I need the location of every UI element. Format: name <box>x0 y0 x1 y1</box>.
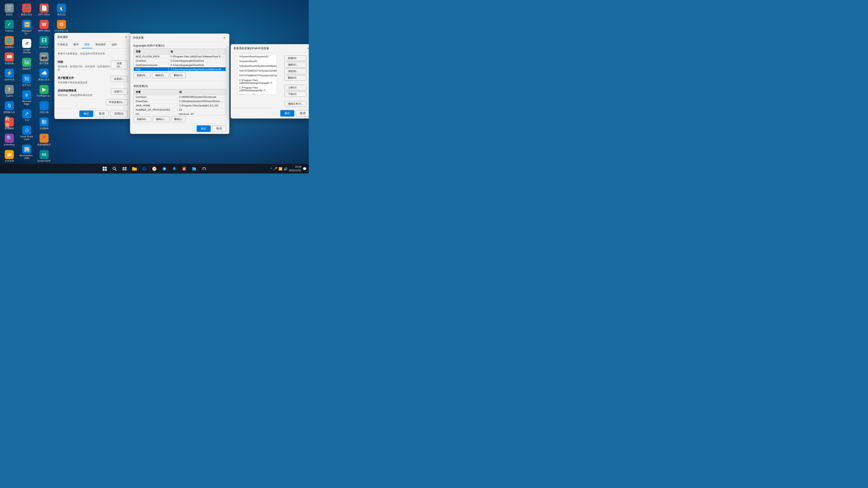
taskbar-task-view-btn[interactable] <box>120 164 129 173</box>
path-up-btn[interactable]: 上移(U) <box>285 85 307 90</box>
path-delete-btn[interactable]: 删除(D) <box>285 75 307 80</box>
env-dialog-title-bar[interactable]: 环境变量 ✕ <box>130 34 229 42</box>
desktop-icon-baidu[interactable]: 👤 百度人脸 <box>36 100 52 115</box>
taskbar-qq-btn[interactable] <box>170 164 179 173</box>
path-item[interactable]: %SYSTEMROOT%\System32\WindowsPowerShell\… <box>237 68 277 73</box>
table-row[interactable]: DriverData C:\Windows\System32\Drivers\D… <box>134 99 226 103</box>
desktop-icon-screentogif[interactable]: 🎞 VelocityX.. <box>36 35 52 50</box>
taskbar-wifi-icon[interactable]: 📶 <box>278 167 282 170</box>
desktop-icon-foxit[interactable]: 📄 WPS Office <box>36 2 52 18</box>
desktop-icon-winanno[interactable]: 🏢 WindowsAnn..2000 <box>19 143 35 161</box>
user-new-btn[interactable]: 新建(N)... <box>133 72 151 78</box>
desktop-icon-sg[interactable]: SG ScreenToGIF <box>36 149 52 164</box>
desktop-icon-potplayer[interactable]: ▶ PotPlayer Sc.. <box>36 84 52 99</box>
table-row[interactable]: ComSpec C:\WINDOWS\system32\cmd.exe <box>134 95 226 99</box>
taskbar-files2-btn[interactable] <box>190 164 199 173</box>
sys-props-apply-btn[interactable]: 应用(A) <box>110 110 128 117</box>
desktop-icon-wallpaper[interactable]: 🖼️ Wallpaper En.. <box>19 19 35 36</box>
desktop-icon-sougou[interactable]: S 搜狗输入法 <box>1 100 18 115</box>
path-item[interactable]: C:\Program Files (x86)\NetSarang\Xlpd 7\ <box>237 93 277 95</box>
desktop-icon-youdao2[interactable]: 有道 有道翻译 <box>1 116 18 131</box>
startup-settings-btn[interactable]: 设置(T)... <box>111 89 128 95</box>
path-item[interactable]: %SystemRoot% <box>237 59 277 64</box>
profile-settings-btn[interactable]: 设置(E)... <box>111 76 128 82</box>
taskbar-translate-btn[interactable]: 译 <box>180 164 189 173</box>
env-cancel-btn[interactable]: 取消 <box>212 125 226 132</box>
sys-edit-btn[interactable]: 编辑(L)... <box>153 116 169 122</box>
table-row[interactable]: OneDrive C:\Users\liuguanglei\OneDrive <box>134 59 226 63</box>
taskbar-search-btn[interactable] <box>110 164 119 173</box>
path-dialog-close-btn[interactable]: ✕ <box>306 46 309 51</box>
path-edit-text-btn[interactable]: 编辑文本(T)... <box>285 101 307 107</box>
sys-new-btn[interactable]: 新建(W)... <box>133 116 151 122</box>
table-row[interactable]: JAVA_HOME C:\Program Files\Java\jdk1.8.0… <box>134 103 226 108</box>
env-user-table-container[interactable]: 变量 值 MOZ_PLUGIN_PATH C:\Program Files (x… <box>133 48 226 71</box>
desktop-icon-cloud[interactable]: ☁️ 网易云音乐 <box>36 67 52 83</box>
path-item[interactable]: C:\Program Files (x86)\NetSarang\Xftp 7\ <box>237 86 277 93</box>
desktop-icon-recycle[interactable]: 🗑️ 回收站 <box>1 2 18 18</box>
path-item[interactable]: %SystemRoot%\system32 <box>237 54 277 59</box>
tab-hardware[interactable]: 硬件 <box>71 41 82 48</box>
taskbar-headset-btn[interactable] <box>199 164 209 173</box>
desktop-icon-wps[interactable]: W WPS Office <box>36 19 52 34</box>
tab-computer-name[interactable]: 计算机名 <box>55 41 71 48</box>
table-row[interactable]: OS Windows_NT <box>134 112 226 115</box>
tab-sys-protect[interactable]: 系统保护 <box>92 41 109 48</box>
desktop-icon-files[interactable]: 📁 文件管理 <box>1 149 18 164</box>
user-edit-btn[interactable]: 编辑(E)... <box>152 72 169 78</box>
desktop-icon-typora[interactable]: T Typora <box>1 84 18 99</box>
desktop-icon-amap[interactable]: 📍 高德地图助手 <box>36 132 52 148</box>
desktop-icon-hegui[interactable]: 🌐 合规网站 <box>1 35 18 50</box>
sys-props-cancel-btn[interactable]: 取消 <box>95 110 109 117</box>
path-list[interactable]: %SystemRoot%\system32 %SystemRoot% %Syst… <box>237 54 277 95</box>
sys-props-title-bar[interactable]: 系统属性 ✕ <box>55 33 131 41</box>
taskbar-notification-btn[interactable]: 💬 <box>303 167 307 170</box>
desktop-icon-map[interactable]: 🗺️ 地图助手 <box>19 57 35 72</box>
desktop-icon-todolist[interactable]: ✓ TodoList <box>1 19 18 34</box>
path-down-btn[interactable]: 下移(O) <box>285 91 307 97</box>
desktop-icon-tools[interactable]: ⚙ 行业管理工具 <box>53 19 70 34</box>
taskbar-start-btn[interactable] <box>100 164 109 173</box>
desktop-icon-vscode[interactable]: ◇ Visual Studio Code <box>19 124 35 142</box>
sys-del-btn[interactable]: 删除(L) <box>171 116 186 122</box>
tab-remote[interactable]: 远程 <box>109 41 120 48</box>
taskbar-clock[interactable]: 15:59 2022/12/15 <box>289 165 301 172</box>
table-row[interactable]: OneDriveConsumer C:\Users\liuguanglei\On… <box>134 63 226 67</box>
path-ok-btn[interactable]: 确定 <box>280 110 294 117</box>
path-dialog-title-bar[interactable]: 查看系统变量的Path环境变量 ✕ <box>231 44 309 53</box>
desktop-icon-clash[interactable]: ⚡ clash代理 <box>1 67 18 83</box>
env-vars-btn[interactable]: 环境变量(N)... <box>105 99 128 105</box>
path-item[interactable]: %SYSTEMROOT%\System32\OpenSSH\ <box>237 73 277 78</box>
desktop-icon-youdao[interactable]: 📖 有道词典 <box>1 51 18 66</box>
path-browse-btn[interactable]: 浏览(B)... <box>285 68 307 74</box>
path-cancel-btn[interactable]: 取消 <box>296 110 309 117</box>
perf-settings-btn[interactable]: 设置(S)... <box>111 60 128 69</box>
sys-props-ok-btn[interactable]: 确定 <box>79 110 93 117</box>
env-ok-btn[interactable]: 确定 <box>197 125 211 132</box>
tab-advanced[interactable]: 高级 <box>82 41 92 48</box>
desktop-icon-qq[interactable]: 🐧 腾讯QQ <box>53 2 70 18</box>
taskbar-edge-btn[interactable] <box>140 164 149 173</box>
taskbar-chevron-icon[interactable]: ^ <box>270 167 272 170</box>
desktop-icon-chrome[interactable]: Google Chrome <box>19 37 35 55</box>
table-row[interactable]: MOZ_PLUGIN_PATH C:\Program Files (x86)\F… <box>134 55 226 59</box>
taskbar-file-explorer-btn[interactable] <box>130 164 139 173</box>
env-dialog-close-btn[interactable]: ✕ <box>222 35 226 40</box>
user-del-btn[interactable]: 删除(D) <box>170 72 186 78</box>
path-new-btn[interactable]: 新建(N) <box>285 55 307 61</box>
desktop-icon-feishu[interactable]: ↗ 飞书 <box>19 108 35 123</box>
desktop-icon-everything[interactable]: 🔍 Everything <box>1 132 18 148</box>
path-item[interactable]: C:\Program Files (x86)\NetSarang\Xmanage… <box>237 78 277 86</box>
desktop-icon-edge[interactable]: e Microsoft Edge <box>19 89 35 107</box>
path-edit-btn[interactable]: 编辑(E)... <box>285 62 307 68</box>
desktop-icon-zhihu[interactable]: 知 知乎办公 <box>19 73 35 88</box>
taskbar-volume-icon[interactable]: 🔊 <box>284 167 287 170</box>
desktop-icon-netease[interactable]: 🎵 网易云音乐 <box>19 2 35 18</box>
sys-props-close-btn[interactable]: ✕ <box>124 35 128 39</box>
taskbar-mic-icon[interactable]: 🎤 <box>273 167 277 170</box>
table-row[interactable]: NUMBER_OF_PROCESSORS 24 <box>134 108 226 112</box>
desktop-icon-translate[interactable]: 翻 百度翻译 <box>36 116 52 131</box>
env-sys-table-container[interactable]: 变量 值 ComSpec C:\WINDOWS\system32\cmd.exe… <box>133 89 226 115</box>
table-row[interactable]: Path C:\Users\liuguanglei\AppData\Local\… <box>134 67 226 71</box>
desktop-icon-camtasia[interactable]: 📷 图片查看 <box>36 51 52 66</box>
